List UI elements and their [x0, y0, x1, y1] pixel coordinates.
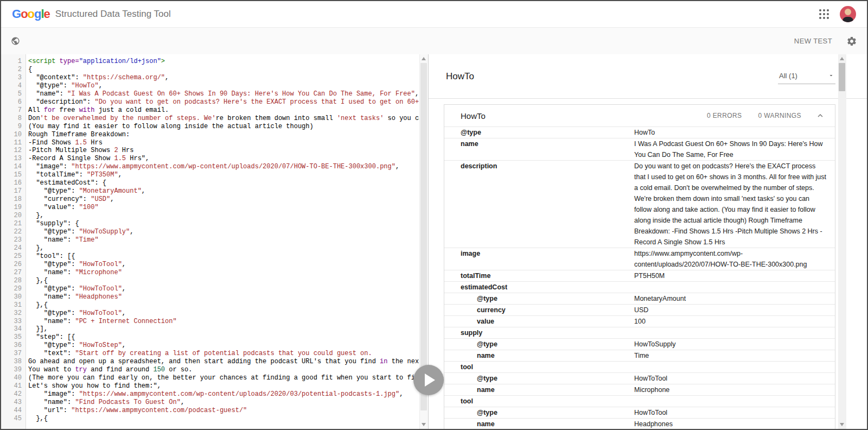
result-row[interactable]: @typeMonetaryAmount [444, 293, 835, 304]
new-test-button[interactable]: NEW TEST [794, 37, 832, 45]
code-line[interactable]: "@type": "HowToTool", [28, 261, 428, 269]
apps-grid-icon[interactable] [819, 9, 829, 19]
code-line[interactable]: -Find Shows 1.5 Hrs [28, 139, 428, 147]
code-line[interactable]: "@type": "HowToStep", [28, 342, 428, 350]
code-line[interactable]: Don't be overwhelmed by the number of st… [28, 115, 428, 123]
code-line[interactable]: "supply": { [28, 220, 428, 228]
code-token-p: },{ [28, 301, 48, 309]
logo-letter: o [28, 7, 34, 21]
scroll-down-arrow-icon[interactable] [422, 423, 426, 426]
code-line[interactable]: <script type="application/ld+json"> [28, 58, 428, 66]
code-line[interactable]: { [28, 66, 428, 74]
code-line[interactable]: "totalTime": "PT350M", [28, 171, 428, 179]
code-line[interactable]: }, [28, 212, 428, 220]
code-line[interactable]: Go ahead and open up a spreadsheet, and … [28, 358, 428, 366]
gear-icon[interactable] [846, 36, 857, 47]
code-line[interactable]: "name": "I Was A Podcast Guest On 60+ Sh… [28, 90, 428, 98]
code-token-tag: > [161, 58, 165, 65]
code-line[interactable]: }, [28, 244, 428, 252]
code-token-key: "value" [44, 204, 71, 211]
code-line[interactable]: "@context": "https://schema.org/", [28, 74, 428, 82]
code-line[interactable]: You want to try and find around 150 or s… [28, 366, 428, 374]
code-line[interactable]: "value": "100" [28, 204, 428, 212]
code-token-num: 2 [114, 147, 118, 154]
code-line[interactable]: "step": [{ [28, 333, 428, 342]
code-token-str: "HowToTool" [79, 261, 122, 268]
result-row[interactable]: nameTime [444, 350, 835, 361]
code-token-str: 'next tasks' [337, 115, 384, 122]
result-row[interactable]: @typeHowToSupply [444, 338, 835, 350]
result-row[interactable]: nameI Was A Podcast Guest On 60+ Shows I… [444, 138, 835, 160]
scroll-up-arrow-icon[interactable] [422, 57, 426, 60]
result-row[interactable]: value100 [444, 315, 835, 327]
result-row[interactable]: nameHeadphones [444, 418, 835, 429]
code-line[interactable]: }], [28, 325, 428, 333]
scroll-down-arrow-icon[interactable] [840, 423, 844, 426]
code-line[interactable]: "name": "Headphones" [28, 293, 428, 301]
code-line[interactable]: "text": "Start off by creating a list of… [28, 350, 428, 358]
code-line[interactable]: "name": "Microphone" [28, 269, 428, 277]
result-row[interactable]: tool [444, 361, 835, 372]
line-number: 12 [1, 147, 22, 155]
code-lines[interactable]: <script type="application/ld+json">{ "@c… [26, 54, 428, 429]
code-line[interactable]: "name": "PC + Internet Connection" [28, 318, 428, 326]
result-row[interactable]: @typeHowToTool [444, 407, 835, 418]
code-line[interactable]: All for free with just a cold email. [28, 106, 428, 115]
result-row[interactable]: currencyUSD [444, 304, 835, 315]
chevron-up-icon[interactable] [815, 111, 825, 121]
code-editor[interactable]: 1234567891011121314151617181920212223242… [1, 54, 429, 429]
code-line[interactable]: },{ [28, 277, 428, 285]
code-line[interactable]: "@type": "HowToTool", [28, 285, 428, 293]
code-line[interactable]: "url": "https://www.ampmycontent.com/pod… [28, 407, 428, 415]
code-line[interactable]: "@type": "HowToSupply", [28, 228, 428, 236]
code-line[interactable]: Let's show you how to find them:", [28, 382, 428, 390]
code-line[interactable]: -Record A Single Show 1.5 Hrs", [28, 155, 428, 163]
code-line[interactable]: "tool": [{ [28, 252, 428, 261]
code-line[interactable]: "estimatedCost": { [28, 179, 428, 187]
result-row[interactable]: @typeHowToTool [444, 372, 835, 384]
code-token-num: 1.5 [114, 155, 126, 162]
result-row[interactable]: nameMicrophone [444, 384, 835, 395]
line-number: 6 [1, 98, 22, 106]
editor-scrollbar-thumb[interactable] [420, 63, 427, 410]
code-line[interactable]: },{ [28, 415, 428, 423]
result-row[interactable]: tool [444, 395, 835, 407]
code-line[interactable]: (You may find it easier to follow along … [28, 123, 428, 131]
code-token-kw: with [79, 106, 95, 114]
code-token-key: "name" [44, 399, 67, 406]
result-row[interactable]: imagehttps://www.ampmycontent.com/wp-con… [444, 248, 835, 270]
result-row[interactable]: estimatedCost [444, 281, 835, 293]
type-filter-dropdown[interactable]: All (1) [778, 69, 835, 84]
code-line[interactable]: "name": "Find Podcasts To Guest On", [28, 399, 428, 407]
code-line[interactable]: Rough Timeframe Breakdown: [28, 131, 428, 139]
code-line[interactable]: "@type": "HowToTool", [28, 309, 428, 318]
code-line[interactable]: "image": "https://www.ampmycontent.com/w… [28, 390, 428, 399]
results-scrollbar-thumb[interactable] [839, 63, 845, 91]
code-token-attr: type= [60, 58, 79, 65]
code-line[interactable]: },{ [28, 301, 428, 309]
code-token-p: }, [28, 244, 44, 252]
code-line[interactable]: "@type": "HowTo", [28, 82, 428, 90]
result-row[interactable]: totalTimePT5H50M [444, 270, 835, 281]
code-line[interactable]: "currency": "USD", [28, 195, 428, 204]
result-row[interactable]: descriptionDo you want to get on podcast… [444, 160, 835, 248]
code-token-p [28, 82, 36, 90]
run-test-play-button[interactable] [413, 365, 444, 395]
code-token-p: : [67, 399, 75, 406]
code-line[interactable]: -Pitch Multiple Shows 2 Hrs [28, 147, 428, 155]
code-line[interactable]: (The more you can find early on, the bet… [28, 374, 428, 382]
code-line[interactable]: "name": "Time" [28, 236, 428, 244]
scroll-up-arrow-icon[interactable] [840, 57, 844, 60]
line-number: 9 [1, 123, 22, 131]
user-avatar[interactable] [840, 6, 856, 22]
code-token-p: Hrs [87, 139, 103, 147]
code-line[interactable]: "description": "Do you want to get on po… [28, 98, 428, 106]
results-scrollbar[interactable] [838, 54, 846, 429]
result-row[interactable]: supply [444, 327, 835, 338]
code-line[interactable]: "@type": "MonetaryAmount", [28, 187, 428, 195]
property-value: HowTo [634, 127, 835, 138]
result-card-header[interactable]: HowTo 0 ERRORS 0 WARNINGS [444, 105, 835, 127]
code-token-key: "@type" [36, 82, 63, 90]
code-line[interactable]: "image": "https://www.ampmycontent.com/w… [28, 163, 428, 171]
result-row[interactable]: @typeHowTo [444, 127, 835, 138]
